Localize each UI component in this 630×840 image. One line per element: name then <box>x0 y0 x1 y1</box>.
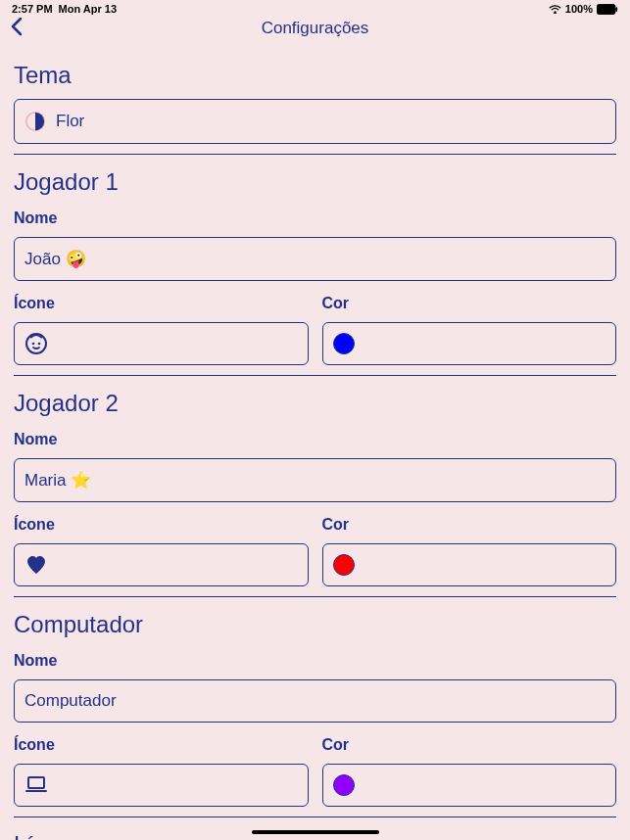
status-right: 100% <box>549 3 618 15</box>
battery-icon <box>597 4 618 15</box>
section-computer-title: Computador <box>14 611 616 638</box>
player1-color-selector[interactable] <box>322 322 617 365</box>
face-icon <box>24 332 48 355</box>
svg-rect-7 <box>28 777 44 788</box>
theme-value: Flor <box>56 112 84 131</box>
svg-point-4 <box>26 334 46 353</box>
player2-icon-selector[interactable] <box>14 543 309 586</box>
computer-name-value: Computador <box>24 691 117 711</box>
contrast-icon <box>24 111 46 132</box>
player2-color-selector[interactable] <box>322 543 617 586</box>
divider <box>14 596 616 597</box>
label-cor: Cor <box>322 516 617 534</box>
status-time: 2:57 PM <box>12 3 53 15</box>
page-title: Configurações <box>10 19 620 38</box>
label-nome: Nome <box>14 431 616 448</box>
content: Tema Flor Jogador 1 Nome João 🤪 Ícone <box>0 62 630 840</box>
label-nome: Nome <box>14 652 616 670</box>
player2-name-input[interactable]: Maria ⭐ <box>14 458 616 502</box>
computer-name-input[interactable]: Computador <box>14 679 616 723</box>
divider <box>14 817 616 817</box>
label-cor: Cor <box>322 736 617 754</box>
label-icone: Ícone <box>14 295 309 312</box>
status-bar: 2:57 PM Mon Apr 13 100% <box>0 0 630 15</box>
computer-color-selector[interactable] <box>322 764 617 807</box>
svg-point-5 <box>32 343 35 346</box>
label-icone: Ícone <box>14 516 309 534</box>
status-date: Mon Apr 13 <box>59 3 118 15</box>
svg-rect-2 <box>615 7 617 12</box>
color-swatch-purple <box>333 774 355 796</box>
label-cor: Cor <box>322 295 617 312</box>
status-left: 2:57 PM Mon Apr 13 <box>12 3 117 15</box>
player1-name-input[interactable]: João 🤪 <box>14 237 616 281</box>
battery-percent: 100% <box>565 3 593 15</box>
label-icone: Ícone <box>14 736 309 754</box>
computer-icon-selector[interactable] <box>14 764 309 807</box>
nav-header: Configurações <box>0 15 630 48</box>
svg-rect-1 <box>597 4 614 14</box>
wifi-icon <box>549 4 561 14</box>
player1-name-value: João 🤪 <box>24 249 86 269</box>
divider <box>14 154 616 155</box>
section-player1-title: Jogador 1 <box>14 168 616 196</box>
home-indicator[interactable] <box>252 830 379 834</box>
back-button[interactable] <box>10 17 24 42</box>
player1-icon-selector[interactable] <box>14 322 309 365</box>
svg-point-0 <box>554 11 556 13</box>
theme-selector[interactable]: Flor <box>14 99 616 144</box>
color-swatch-blue <box>333 333 355 354</box>
color-swatch-red <box>333 554 355 576</box>
svg-point-6 <box>38 343 41 346</box>
laptop-icon <box>24 773 48 797</box>
section-player2-title: Jogador 2 <box>14 390 616 417</box>
section-tema-title: Tema <box>14 62 616 89</box>
heart-icon <box>24 553 48 577</box>
label-nome: Nome <box>14 210 616 227</box>
player2-name-value: Maria ⭐ <box>24 470 91 490</box>
divider <box>14 375 616 376</box>
